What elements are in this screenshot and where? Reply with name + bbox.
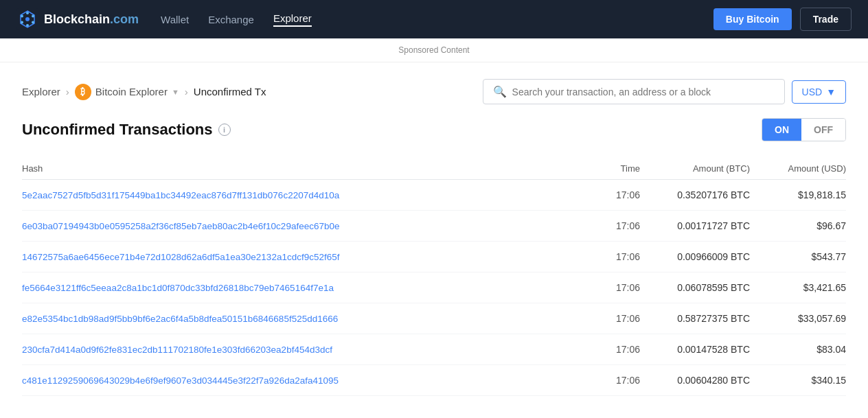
col-time-header: Time xyxy=(585,158,640,180)
table-row: 6e03ba07194943b0e0595258a2f36cf85eb7aeb8… xyxy=(22,211,846,242)
nav-explorer[interactable]: Explorer xyxy=(273,12,312,27)
table-row: 5e2aac7527d5fb5d31f175449ba1bc34492eac87… xyxy=(22,180,846,211)
breadcrumb-row: Explorer › ₿ Bitcoin Explorer ▼ › Unconf… xyxy=(22,79,846,104)
bitcoin-icon: ₿ xyxy=(75,84,91,100)
toggle-group: ON OFF xyxy=(762,118,846,141)
nav-exchange[interactable]: Exchange xyxy=(208,14,254,25)
main-content: Explorer › ₿ Bitcoin Explorer ▼ › Unconf… xyxy=(0,62,868,413)
tx-usd-cell: $19,818.15 xyxy=(750,180,846,211)
tx-time-cell: 17:06 xyxy=(585,180,640,211)
tx-btc-cell: 0.58727375 BTC xyxy=(640,303,750,334)
search-input[interactable] xyxy=(512,86,775,97)
sponsored-banner: Sponsored Content xyxy=(0,38,868,62)
breadcrumb-explorer[interactable]: Explorer xyxy=(22,86,60,97)
tx-btc-cell: 0.06078595 BTC xyxy=(640,272,750,303)
breadcrumb-bitcoin[interactable]: ₿ Bitcoin Explorer ▼ xyxy=(75,84,179,100)
search-row: 🔍 USD ▼ xyxy=(483,79,846,104)
tx-hash-link[interactable]: 5e2aac7527d5fb5d31f175449ba1bc34492eac87… xyxy=(22,190,339,200)
tx-hash-cell: c481e1129259069643029b4e6f9ef9607e3d0344… xyxy=(22,365,585,396)
toggle-off-button[interactable]: OFF xyxy=(801,119,845,141)
logo: Blockchain.com xyxy=(16,8,139,30)
tx-btc-cell: 0.35207176 BTC xyxy=(640,180,750,211)
tx-hash-cell: 5e2aac7527d5fb5d31f175449ba1bc34492eac87… xyxy=(22,180,585,211)
blockchain-logo-icon xyxy=(16,8,38,30)
tx-hash-link[interactable]: c481e1129259069643029b4e6f9ef9607e3d0344… xyxy=(22,375,339,386)
breadcrumb-sep-2: › xyxy=(185,86,188,97)
nav-wallet[interactable]: Wallet xyxy=(161,14,189,25)
buy-bitcoin-button[interactable]: Buy Bitcoin xyxy=(713,8,792,30)
svg-point-3 xyxy=(26,12,29,14)
tx-hash-cell: 230cfa7d414a0d9f62fe831ec2db111702180fe1… xyxy=(22,334,585,365)
tx-time-cell: 17:06 xyxy=(585,365,640,396)
tx-hash-cell: 6e03ba07194943b0e0595258a2f36cf85eb7aeb8… xyxy=(22,211,585,242)
tx-time-cell: 17:06 xyxy=(585,211,640,242)
breadcrumb: Explorer › ₿ Bitcoin Explorer ▼ › Unconf… xyxy=(22,84,266,100)
tx-usd-cell: $340.15 xyxy=(750,365,846,396)
tx-hash-cell: fe5664e3121ff6c5eeaa2c8a1bc1d0f870dc33bf… xyxy=(22,272,585,303)
trade-button[interactable]: Trade xyxy=(800,8,852,31)
chevron-down-icon: ▼ xyxy=(826,86,836,97)
col-usd-header: Amount (USD) xyxy=(750,158,846,180)
svg-point-4 xyxy=(32,15,34,18)
logo-dot: .com xyxy=(110,12,139,26)
info-icon[interactable]: i xyxy=(218,124,231,136)
page-title: Unconfirmed Transactions i xyxy=(22,121,231,139)
logo-text: Blockchain.com xyxy=(44,12,139,27)
tx-btc-cell: 0.00171727 BTC xyxy=(640,211,750,242)
navbar: Blockchain.com Wallet Exchange Explorer … xyxy=(0,0,868,38)
table-row: 14672575a6ae6456ece71b4e72d1028d62a6df5a… xyxy=(22,242,846,272)
col-hash-header: Hash xyxy=(22,158,585,180)
currency-label: USD xyxy=(802,86,823,97)
tx-usd-cell: $33,057.69 xyxy=(750,303,846,334)
table-row: e82e5354bc1db98ad9f5bb9bf6e2ac6f4a5b8dfe… xyxy=(22,303,846,334)
breadcrumb-current: Unconfirmed Tx xyxy=(194,86,266,97)
tx-time-cell: 17:06 xyxy=(585,272,640,303)
currency-selector[interactable]: USD ▼ xyxy=(792,80,846,104)
svg-point-8 xyxy=(21,15,23,18)
tx-hash-link[interactable]: e82e5354bc1db98ad9f5bb9bf6e2ac6f4a5b8dfe… xyxy=(22,314,338,324)
page-title-text: Unconfirmed Transactions xyxy=(22,121,213,139)
search-icon: 🔍 xyxy=(493,85,507,98)
tx-time-cell: 17:06 xyxy=(585,303,640,334)
table-row: fe5664e3121ff6c5eeaa2c8a1bc1d0f870dc33bf… xyxy=(22,272,846,303)
breadcrumb-bitcoin-label: Bitcoin Explorer xyxy=(95,86,168,97)
svg-point-7 xyxy=(21,21,23,24)
nav-right: Buy Bitcoin Trade xyxy=(713,8,852,31)
svg-point-6 xyxy=(26,24,29,27)
toggle-on-button[interactable]: ON xyxy=(762,119,801,141)
col-btc-header: Amount (BTC) xyxy=(640,158,750,180)
tx-usd-cell: $543.77 xyxy=(750,242,846,272)
page-title-row: Unconfirmed Transactions i ON OFF xyxy=(22,118,846,141)
tx-usd-cell: $96.67 xyxy=(750,211,846,242)
tx-hash-link[interactable]: fe5664e3121ff6c5eeaa2c8a1bc1d0f870dc33bf… xyxy=(22,283,334,293)
tx-btc-cell: 0.00604280 BTC xyxy=(640,365,750,396)
svg-point-5 xyxy=(32,21,34,24)
tx-btc-cell: 0.00966009 BTC xyxy=(640,242,750,272)
search-box: 🔍 xyxy=(483,79,785,104)
chevron-down-icon: ▼ xyxy=(172,88,179,96)
tx-hash-cell: 14672575a6ae6456ece71b4e72d1028d62a6df5a… xyxy=(22,242,585,272)
tx-hash-link[interactable]: 14672575a6ae6456ece71b4e72d1028d62a6df5a… xyxy=(22,252,339,262)
breadcrumb-sep-1: › xyxy=(66,86,69,97)
table-row: 230cfa7d414a0d9f62fe831ec2db111702180fe1… xyxy=(22,334,846,365)
transactions-table: Hash Time Amount (BTC) Amount (USD) 5e2a… xyxy=(22,158,846,396)
tx-hash-cell: e82e5354bc1db98ad9f5bb9bf6e2ac6f4a5b8dfe… xyxy=(22,303,585,334)
nav-links: Wallet Exchange Explorer xyxy=(161,12,312,27)
tx-hash-link[interactable]: 6e03ba07194943b0e0595258a2f36cf85eb7aeb8… xyxy=(22,221,339,231)
table-row: c481e1129259069643029b4e6f9ef9607e3d0344… xyxy=(22,365,846,396)
tx-hash-link[interactable]: 230cfa7d414a0d9f62fe831ec2db111702180fe1… xyxy=(22,345,332,355)
tx-time-cell: 17:06 xyxy=(585,242,640,272)
tx-usd-cell: $83.04 xyxy=(750,334,846,365)
tx-time-cell: 17:06 xyxy=(585,334,640,365)
svg-point-2 xyxy=(25,17,30,21)
tx-usd-cell: $3,421.65 xyxy=(750,272,846,303)
tx-btc-cell: 0.00147528 BTC xyxy=(640,334,750,365)
